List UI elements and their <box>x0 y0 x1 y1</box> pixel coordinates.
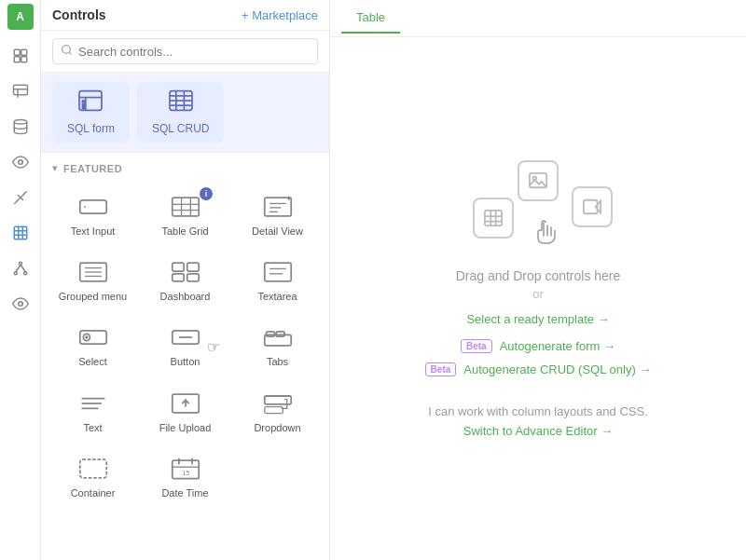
beta-badge-crud: Beta <box>425 362 457 376</box>
canvas-area: Drag and Drop controls here or Select a … <box>330 37 746 560</box>
svg-point-8 <box>18 160 22 165</box>
svg-text:15: 15 <box>182 470 189 477</box>
svg-rect-2 <box>14 57 20 62</box>
svg-line-17 <box>15 265 20 272</box>
button-icon <box>169 323 202 351</box>
autogenerate-crud-row: Beta Autogenerate CRUD (SQL only) → <box>425 362 652 376</box>
canvas-top-bar: Table <box>330 0 746 37</box>
svg-rect-53 <box>186 274 198 281</box>
control-file-upload[interactable]: File Upload <box>141 380 229 442</box>
table-icon[interactable] <box>4 216 37 250</box>
control-text[interactable]: Text <box>48 380 137 442</box>
database-icon[interactable] <box>4 110 37 143</box>
control-dashboard[interactable]: Dashboard <box>141 249 229 310</box>
file-upload-icon <box>169 389 202 417</box>
pinned-sql-form[interactable]: SQL form <box>52 82 130 143</box>
svg-rect-50 <box>172 263 183 271</box>
control-container[interactable]: Container <box>48 445 137 507</box>
svg-rect-9 <box>14 226 27 239</box>
control-table-grid[interactable]: i Table Grid <box>141 184 229 245</box>
control-tabs[interactable]: Tabs <box>233 314 322 376</box>
text-input-icon <box>76 193 110 221</box>
text-input-label: Text Input <box>71 225 116 238</box>
tabs-label: Tabs <box>267 356 288 368</box>
svg-rect-71 <box>79 459 105 478</box>
sql-crud-icon <box>168 89 194 117</box>
svg-point-59 <box>85 336 89 340</box>
table-grid-badge: i <box>200 187 213 200</box>
grouped-menu-label: Grouped menu <box>59 291 127 303</box>
svg-rect-0 <box>14 49 20 55</box>
button-label: Button <box>171 356 200 368</box>
or-text: or <box>532 287 544 301</box>
svg-marker-85 <box>596 200 601 212</box>
date-time-icon: 15 <box>169 455 202 483</box>
search-icon <box>61 44 73 59</box>
text-label: Text <box>83 422 102 434</box>
autogenerate-crud-link[interactable]: Autogenerate CRUD (SQL only) → <box>463 362 651 376</box>
dnd-hand-icon <box>532 219 560 253</box>
dnd-grid-icon <box>473 198 514 239</box>
template-link[interactable]: Select a ready template → <box>466 312 609 326</box>
svg-rect-79 <box>485 210 502 225</box>
control-dropdown[interactable]: Dropdown <box>233 380 322 442</box>
advance-editor-link[interactable]: Switch to Advance Editor → <box>463 424 613 438</box>
control-grouped-menu[interactable]: Grouped menu <box>48 249 137 310</box>
search-wrapper <box>52 38 318 64</box>
control-text-input[interactable]: Text Input <box>48 184 137 245</box>
detail-view-label: Detail View <box>252 225 303 238</box>
layers-icon[interactable] <box>4 39 37 73</box>
text-icon <box>76 389 110 417</box>
plug-icon[interactable] <box>4 181 37 214</box>
nodes-icon[interactable] <box>4 252 37 285</box>
autogenerate-form-link[interactable]: Autogenerate form → <box>500 339 615 353</box>
featured-chevron-icon: ▾ <box>52 162 58 174</box>
sql-form-icon <box>77 89 104 117</box>
dnd-illustration <box>463 160 613 253</box>
control-button[interactable]: ☞ Button <box>141 314 229 376</box>
container-label: Container <box>71 487 116 499</box>
canvas-tab-table[interactable]: Table <box>341 3 400 34</box>
dropdown-label: Dropdown <box>254 422 300 434</box>
layout-icon[interactable] <box>4 75 37 108</box>
file-upload-label: File Upload <box>159 422 212 434</box>
svg-point-14 <box>19 262 21 265</box>
dnd-video-icon <box>572 186 613 227</box>
controls-title: Controls <box>52 7 106 22</box>
select-icon <box>76 323 110 351</box>
control-date-time[interactable]: 15 Date Time <box>141 445 229 507</box>
container-icon <box>76 455 110 483</box>
control-select[interactable]: Select <box>48 314 137 376</box>
controls-panel: Controls + Marketplace SQL form SQL <box>41 0 330 560</box>
control-detail-view[interactable]: ✦ Detail View <box>233 184 322 245</box>
dashboard-icon <box>169 258 202 286</box>
featured-section-label: FEATURED <box>63 163 122 174</box>
svg-point-15 <box>14 272 17 275</box>
svg-rect-1 <box>21 49 26 55</box>
svg-point-19 <box>18 302 22 307</box>
dashboard-label: Dashboard <box>160 291 211 303</box>
autogenerate-form-row: Beta Autogenerate form → <box>461 339 615 353</box>
search-input[interactable] <box>78 45 310 59</box>
svg-rect-52 <box>172 274 183 281</box>
detail-view-icon: ✦ <box>261 193 295 221</box>
dropdown-icon <box>261 389 295 417</box>
main-canvas: Table Drag and Drop controls here or Sel… <box>330 0 746 560</box>
bottom-text: I can work with column layouts and CSS. <box>428 404 648 418</box>
date-time-label: Date Time <box>161 487 208 499</box>
controls-list: ▾ FEATURED Text Input i Table Grid <box>41 153 329 560</box>
svg-rect-51 <box>186 263 198 271</box>
view-icon[interactable] <box>4 287 37 321</box>
svg-line-18 <box>21 265 25 272</box>
svg-point-16 <box>23 272 26 275</box>
app-logo-icon[interactable]: A <box>7 4 34 30</box>
control-textarea[interactable]: Textarea <box>233 249 322 310</box>
eye-icon[interactable] <box>4 145 37 179</box>
svg-rect-27 <box>83 107 85 109</box>
featured-section-header[interactable]: ▾ FEATURED <box>41 153 329 180</box>
table-grid-label: Table Grid <box>161 225 208 238</box>
beta-badge-form: Beta <box>461 339 492 353</box>
sql-form-label: SQL form <box>67 122 115 135</box>
marketplace-button[interactable]: + Marketplace <box>242 8 318 22</box>
pinned-sql-crud[interactable]: SQL CRUD <box>137 82 225 143</box>
